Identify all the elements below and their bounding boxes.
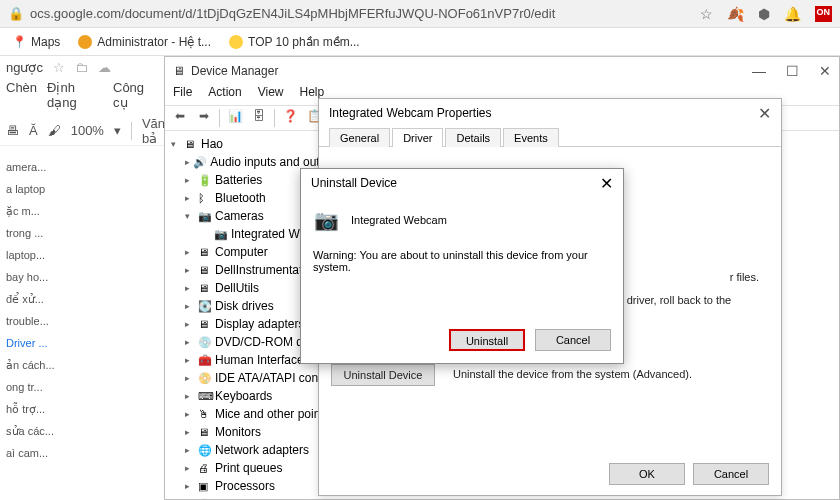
tree-node[interactable]: ▸🖨Print queues	[169, 459, 333, 477]
folder-icon[interactable]: 🗀	[75, 60, 88, 75]
outline-item[interactable]: trong ...	[6, 222, 158, 244]
style-selector[interactable]: Văn bả	[142, 116, 165, 146]
maximize-button[interactable]: ☐	[786, 63, 799, 79]
lock-icon: 🔒	[8, 6, 24, 21]
tree-node[interactable]: ▸📀IDE ATA/ATAPI contr	[169, 369, 333, 387]
close-icon[interactable]: ✕	[600, 174, 613, 193]
device-name: Integrated Webcam	[351, 214, 447, 226]
outline-item[interactable]: aì cam...	[6, 442, 158, 464]
forward-button[interactable]: ➡	[195, 109, 213, 127]
print-icon[interactable]: 🖶	[6, 123, 19, 138]
ext-icon-2[interactable]: ⬢	[758, 6, 770, 22]
doc-outline: amera...a laptopặc m...trong ...laptop..…	[0, 146, 164, 474]
ext-icon-3[interactable]: 🔔	[784, 6, 801, 22]
outline-item[interactable]: trouble...	[6, 310, 158, 332]
menu-view[interactable]: View	[258, 85, 284, 105]
device-manager-titlebar: 🖥 Device Manager — ☐ ✕	[165, 57, 839, 85]
window-icon: 🖥	[173, 64, 185, 78]
outline-item[interactable]: sửa các...	[6, 420, 158, 442]
tab-driver[interactable]: Driver	[392, 128, 443, 147]
tree-node[interactable]: ▸⌨Keyboards	[169, 387, 333, 405]
back-button[interactable]: ⬅	[171, 109, 189, 127]
close-icon[interactable]: ✕	[758, 104, 771, 123]
doc-menu-bar: Chèn Định dạng Công cụ	[0, 78, 164, 112]
tb-icon[interactable]: 📊	[226, 109, 244, 127]
tb-icon[interactable]: 🗄	[250, 109, 268, 127]
extension-icons: ☆ 🍂 ⬢ 🔔 ON	[700, 6, 833, 22]
tree-node[interactable]: ▸🌐Network adapters	[169, 441, 333, 459]
cancel-button[interactable]: Cancel	[693, 463, 769, 485]
outline-item[interactable]: ặc m...	[6, 200, 158, 222]
outline-item[interactable]: ong tr...	[6, 376, 158, 398]
uninstall-cancel-button[interactable]: Cancel	[535, 329, 611, 351]
properties-titlebar: Integrated Webcam Properties ✕	[319, 99, 781, 127]
tree-node[interactable]: ▸🖱Mice and other pointin	[169, 405, 333, 423]
ext-icon-1[interactable]: 🍂	[727, 6, 744, 22]
tab-details[interactable]: Details	[445, 128, 501, 147]
outline-item[interactable]: ản cách...	[6, 354, 158, 376]
outline-item[interactable]: amera...	[6, 156, 158, 178]
tree-node[interactable]: ▸🔒Security devices	[169, 495, 333, 499]
tree-node[interactable]: ▸🖥Monitors	[169, 423, 333, 441]
bookmark-bar: 📍Maps Administrator - Hệ t... TOP 10 phầ…	[0, 28, 840, 56]
ok-button[interactable]: OK	[609, 463, 685, 485]
bookmark-maps[interactable]: 📍Maps	[12, 35, 60, 49]
tab-events[interactable]: Events	[503, 128, 559, 147]
outline-item[interactable]: laptop...	[6, 244, 158, 266]
tree-root[interactable]: ▾🖥Hao	[169, 135, 333, 153]
uninstall-titlebar: Uninstall Device ✕	[301, 169, 623, 197]
bookmark-admin[interactable]: Administrator - Hệ t...	[78, 35, 211, 49]
star-icon[interactable]: ☆	[53, 60, 65, 75]
menu-format[interactable]: Định dạng	[47, 80, 103, 110]
bookmark-top10[interactable]: TOP 10 phần mềm...	[229, 35, 360, 49]
uninstall-title: Uninstall Device	[311, 176, 397, 190]
close-button[interactable]: ✕	[819, 63, 831, 79]
doc-title[interactable]: ngược	[6, 60, 43, 75]
browser-address-bar: 🔒 ocs.google.com/document/d/1tDjDqGzEN4J…	[0, 0, 840, 28]
webcam-icon: 📷	[313, 207, 339, 233]
outline-item[interactable]: a laptop	[6, 178, 158, 200]
cloud-icon[interactable]: ☁	[98, 60, 111, 75]
properties-title: Integrated Webcam Properties	[329, 106, 492, 120]
url-text[interactable]: ocs.google.com/document/d/1tDjDqGzEN4JiL…	[30, 6, 555, 21]
maps-icon: 📍	[12, 35, 26, 49]
outline-item[interactable]: bay ho...	[6, 266, 158, 288]
menu-file[interactable]: File	[173, 85, 192, 105]
outline-item[interactable]: để xử...	[6, 288, 158, 310]
tb-icon[interactable]: ❓	[281, 109, 299, 127]
minimize-button[interactable]: —	[752, 63, 766, 79]
uninstall-confirm-button[interactable]: Uninstall	[449, 329, 525, 351]
uninstall-device-dialog: Uninstall Device ✕ 📷 Integrated Webcam W…	[300, 168, 624, 364]
paint-icon[interactable]: 🖌	[48, 123, 61, 138]
top10-icon	[229, 35, 243, 49]
tree-node[interactable]: ▸▣Processors	[169, 477, 333, 495]
uninstall-desc: Uninstall the device from the system (Ad…	[453, 367, 769, 381]
google-doc-sidebar: ngược ☆ 🗀 ☁ Chèn Định dạng Công cụ 🖶 Ă 🖌…	[0, 56, 164, 500]
outline-item[interactable]: hỗ trợ...	[6, 398, 158, 420]
outline-item[interactable]: Driver ...	[6, 332, 158, 354]
uninstall-device-button[interactable]: Uninstall Device	[331, 364, 435, 386]
warning-text: Warning: You are about to uninstall this…	[313, 249, 611, 273]
window-title: Device Manager	[191, 64, 278, 78]
properties-tabs: General Driver Details Events	[319, 127, 781, 147]
zoom-level[interactable]: 100%	[71, 123, 104, 138]
admin-icon	[78, 35, 92, 49]
menu-insert[interactable]: Chèn	[6, 80, 37, 110]
doc-toolbar: 🖶 Ă 🖌 100%▾ Văn bả	[0, 116, 164, 146]
star-icon[interactable]: ☆	[700, 6, 713, 22]
ext-icon-4[interactable]: ON	[815, 6, 833, 22]
tab-general[interactable]: General	[329, 128, 390, 147]
menu-tools[interactable]: Công cụ	[113, 80, 158, 110]
spellcheck-icon[interactable]: Ă	[29, 123, 38, 138]
menu-action[interactable]: Action	[208, 85, 241, 105]
